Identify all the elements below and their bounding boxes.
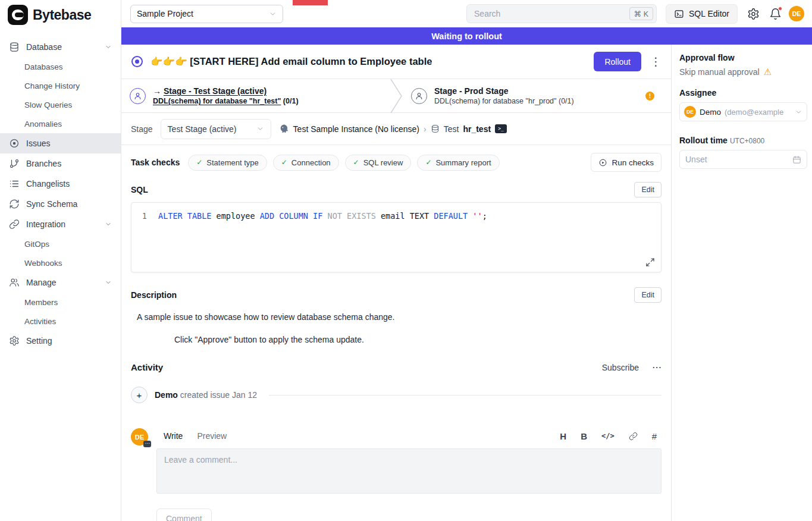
sql-token: email xyxy=(381,211,410,222)
project-selector-value: Sample Project xyxy=(137,9,193,18)
check-icon: ✓ xyxy=(353,158,359,167)
check-icon: ✓ xyxy=(425,158,431,167)
sidebar-item-label: Slow Queries xyxy=(24,101,72,109)
sidebar-item-integration[interactable]: Integration xyxy=(0,214,121,234)
rollout-button[interactable]: Rollout xyxy=(594,52,641,71)
rollout-time-field[interactable] xyxy=(685,155,789,164)
expand-icon[interactable] xyxy=(645,258,655,267)
stage-card-test[interactable]: → Stage - Test Stage (active) DDL(schema… xyxy=(121,79,390,112)
database-icon xyxy=(431,124,440,133)
approval-flow-value: Skip manual approval xyxy=(679,67,760,77)
check-connection[interactable]: ✓Connection xyxy=(273,155,339,171)
sidebar-item-label: GitOps xyxy=(24,240,49,249)
open-in-sql-editor-icon[interactable]: >_ xyxy=(495,124,507,133)
notifications-button[interactable] xyxy=(769,8,782,20)
brand-logo[interactable]: Bytebase xyxy=(0,0,121,30)
stage-task: DDL(schema) for database "hr_prod" xyxy=(434,97,557,105)
sidebar-item-slow-queries[interactable]: Slow Queries xyxy=(0,95,121,114)
sidebar-item-label: Setting xyxy=(26,336,52,346)
breadcrumb-separator: › xyxy=(424,124,427,134)
project-selector[interactable]: Sample Project xyxy=(130,5,283,23)
check-summary-report[interactable]: ✓Summary report xyxy=(417,155,499,171)
event-user: Demo xyxy=(155,390,178,400)
sidebar-item-database[interactable]: Database xyxy=(0,37,121,57)
global-search[interactable]: ⌘ K xyxy=(466,4,657,23)
tab-write[interactable]: Write xyxy=(156,428,190,444)
assignee-avatar: DE xyxy=(684,106,696,118)
sidebar-item-webhooks[interactable]: Webhooks xyxy=(0,253,121,272)
settings-button[interactable] xyxy=(747,8,760,20)
sidebar-item-gitops[interactable]: GitOps xyxy=(0,234,121,253)
description-paragraph: A sample issue to showcase how to review… xyxy=(137,312,661,322)
rollout-time-input[interactable] xyxy=(679,150,807,169)
database-link[interactable]: hr_test xyxy=(463,124,491,134)
user-avatar[interactable]: DE xyxy=(789,6,804,21)
sidebar-item-setting[interactable]: Setting xyxy=(0,331,121,351)
postgresql-icon xyxy=(279,124,289,134)
sql-editor-button[interactable]: SQL Editor xyxy=(666,4,738,24)
warning-icon: ⚠ xyxy=(764,67,772,77)
activity-event: + Demo created issue Jan 12 xyxy=(131,387,661,403)
sql-edit-button[interactable]: Edit xyxy=(634,182,661,197)
stage-card-prod[interactable]: Stage - Prod Stage DDL(schema) for datab… xyxy=(403,79,671,112)
database-icon xyxy=(9,42,20,52)
hash-icon[interactable]: # xyxy=(652,431,657,441)
code-icon[interactable]: </> xyxy=(601,432,615,440)
comment-button[interactable]: Comment xyxy=(156,509,212,521)
tab-preview[interactable]: Preview xyxy=(190,428,234,444)
instance-link[interactable]: Test Sample Instance (No license) xyxy=(293,124,419,134)
changelist-icon xyxy=(9,178,20,189)
sidebar-item-activities[interactable]: Activities xyxy=(0,312,121,331)
sql-token: ADD COLUMN xyxy=(260,211,313,222)
run-checks-label: Run checks xyxy=(612,158,654,167)
task-checks-label: Task checks xyxy=(131,158,180,167)
sidebar-item-anomalies[interactable]: Anomalies xyxy=(0,114,121,133)
assignee-name: Demo xyxy=(700,108,721,117)
heading-icon[interactable]: H xyxy=(560,431,566,441)
comment-input[interactable] xyxy=(156,448,661,494)
activity-section: Activity Subscribe ⋯ + Demo created issu… xyxy=(121,344,671,521)
search-input[interactable] xyxy=(474,9,629,18)
sidebar-item-label: Manage xyxy=(26,278,57,287)
rollout-time-label: Rollout time xyxy=(679,136,728,145)
run-checks-button[interactable]: Run checks xyxy=(591,153,661,172)
subscribe-button[interactable]: Subscribe xyxy=(602,363,639,372)
topbar: Sample Project ⌘ K SQL Editor DE xyxy=(121,0,812,27)
bold-icon[interactable]: B xyxy=(581,431,587,441)
issue-main: 👉👉👉 [START HERE] Add email column to Emp… xyxy=(121,45,671,521)
rollout-time-heading: Rollout timeUTC+0800 xyxy=(679,136,807,145)
assignee-heading: Assignee xyxy=(679,88,807,98)
sidebar-item-manage[interactable]: Manage xyxy=(0,272,121,293)
stage-title: Stage - Prod Stage xyxy=(434,86,574,96)
gear-icon xyxy=(9,335,20,346)
check-statement-type[interactable]: ✓Statement type xyxy=(188,155,267,171)
sidebar-item-change-history[interactable]: Change History xyxy=(0,76,121,95)
check-sql-review[interactable]: ✓SQL review xyxy=(345,155,412,171)
sidebar-item-branches[interactable]: Branches xyxy=(0,153,121,174)
calendar-icon xyxy=(792,155,801,164)
link-icon[interactable] xyxy=(629,432,638,441)
environment-label: Test xyxy=(444,124,459,134)
chevron-down-icon xyxy=(105,221,112,228)
sql-section-title: SQL xyxy=(131,185,148,194)
activity-menu-icon[interactable]: ⋯ xyxy=(652,363,661,372)
sidebar-item-label: Integration xyxy=(26,219,65,229)
issue-status-icon xyxy=(131,56,143,67)
assignee-select[interactable]: DE Demo (demo@example xyxy=(679,102,807,121)
sidebar-item-sync-schema[interactable]: Sync Schema xyxy=(0,194,121,214)
chevron-down-icon xyxy=(795,108,802,116)
chevron-down-icon xyxy=(256,125,264,133)
sidebar-item-members[interactable]: Members xyxy=(0,293,121,312)
sql-code-block: 1 ALTER TABLE employee ADD COLUMN IF NOT… xyxy=(131,202,661,272)
sidebar-nav: Database Databases Change History Slow Q… xyxy=(0,30,121,351)
sidebar-item-label: Sync Schema xyxy=(26,199,77,209)
run-icon xyxy=(598,158,607,167)
description-edit-button[interactable]: Edit xyxy=(634,287,661,303)
stage-select[interactable]: Test Stage (active) xyxy=(161,119,271,139)
stage-task-count: (0/1) xyxy=(557,97,574,105)
stage-task-count: (0/1) xyxy=(281,97,298,105)
sidebar-item-changelists[interactable]: Changelists xyxy=(0,174,121,194)
kebab-menu-icon[interactable]: ⋮ xyxy=(650,56,661,67)
sidebar-item-issues[interactable]: Issues xyxy=(0,133,121,153)
sidebar-item-databases[interactable]: Databases xyxy=(0,57,121,76)
